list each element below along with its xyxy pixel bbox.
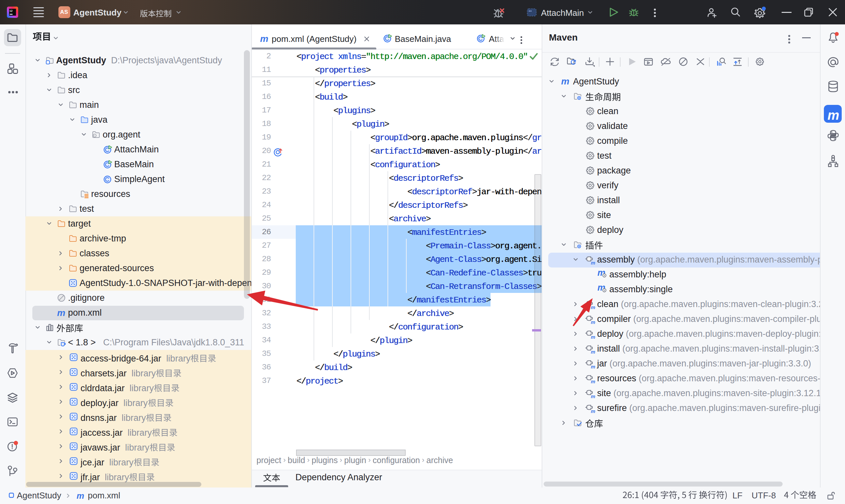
- svg-text:m: m: [591, 349, 595, 354]
- svg-text:m: m: [591, 260, 595, 265]
- svg-text:m: m: [591, 394, 595, 399]
- svg-text:m: m: [591, 379, 595, 384]
- svg-text:m: m: [591, 334, 595, 339]
- svg-text:m: m: [591, 364, 595, 369]
- svg-text:m: m: [591, 408, 595, 414]
- svg-text:IJ: IJ: [10, 9, 13, 13]
